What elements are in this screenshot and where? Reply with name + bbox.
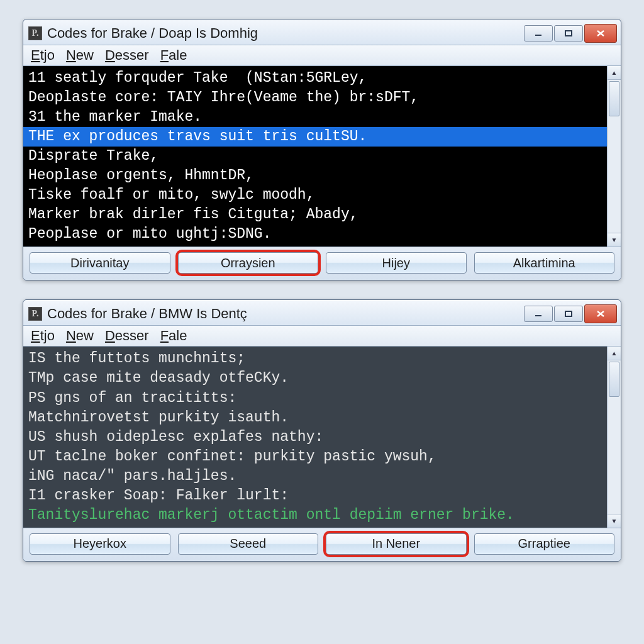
close-button[interactable] (584, 24, 617, 43)
in-nener-button[interactable]: In Nener (326, 533, 467, 555)
console-line: Heoplase orgents, HhmntDR, (28, 166, 602, 186)
minimize-button[interactable] (524, 25, 553, 42)
console-line: Matchnirovetst purkity isauth. (28, 408, 602, 428)
maximize-icon (564, 30, 573, 37)
vertical-scrollbar[interactable]: ▲ ▼ (607, 347, 621, 527)
menubar: Etjo New Desser Fale (23, 45, 621, 66)
hijey-button[interactable]: Hijey (326, 252, 467, 274)
console-line: PS gns of an tracititts: (28, 389, 602, 408)
console-line: Disprate Trake, (28, 147, 602, 166)
window-controls (524, 304, 617, 323)
maximize-button[interactable] (554, 306, 583, 322)
grraptiee-button[interactable]: Grraptiee (474, 533, 615, 555)
console-line: IS the futtots munchnits; (28, 349, 602, 369)
maximize-icon (564, 310, 573, 318)
console-line-prompt: Tanityslurehac markerj ottactim ontl dep… (28, 506, 602, 525)
console-output[interactable]: IS the futtots munchnits; TMp case mite … (23, 347, 607, 527)
scroll-down-button[interactable]: ▼ (608, 514, 621, 528)
svg-rect-3 (565, 311, 572, 316)
scroll-down-button[interactable]: ▼ (608, 233, 621, 247)
console-line: US shush oideplesc explafes nathy: (28, 428, 602, 447)
console-line: iNG naca/" pars.haljles. (28, 467, 602, 486)
menu-desser[interactable]: Desser (104, 47, 150, 64)
titlebar[interactable]: P. Codes for Brake / BMW Is Dentç (23, 300, 621, 325)
menu-new[interactable]: New (65, 47, 95, 64)
heyerkox-button[interactable]: Heyerkox (30, 533, 170, 555)
titlebar[interactable]: P. Codes for Brake / Doap Is Domhig (23, 19, 621, 45)
window-2: P. Codes for Brake / BMW Is Dentç Etjo N… (23, 299, 621, 561)
menu-new[interactable]: New (65, 328, 95, 344)
menu-fale[interactable]: Fale (159, 328, 189, 344)
console-line: 31 the marker Imake. (28, 108, 602, 127)
scroll-up-button[interactable]: ▲ (608, 66, 621, 80)
menu-fale[interactable]: Fale (159, 47, 189, 64)
content-area: 11 seatly forquder Take (NStan:5GRLey, D… (23, 66, 621, 247)
minimize-icon (533, 310, 543, 318)
console-line: 11 seatly forquder Take (NStan:5GRLey, (28, 69, 602, 88)
minimize-icon (533, 30, 543, 37)
app-icon: P. (28, 307, 42, 321)
console-line: Tiske foalf or mito, swylc moodh, (28, 186, 602, 205)
alkartimina-button[interactable]: Alkartimina (474, 252, 615, 274)
seeed-button[interactable]: Seeed (178, 533, 319, 555)
minimize-button[interactable] (524, 306, 553, 322)
console-line: UT taclne boker confinet: purkity pastic… (28, 447, 602, 467)
menu-etjo[interactable]: Etjo (30, 328, 56, 344)
button-row: Heyerkox Seeed In Nener Grraptiee (23, 528, 621, 561)
vertical-scrollbar[interactable]: ▲ ▼ (607, 66, 621, 247)
menubar: Etjo New Desser Fale (23, 325, 621, 347)
console-output[interactable]: 11 seatly forquder Take (NStan:5GRLey, D… (23, 66, 607, 247)
window-title: Codes for Brake / BMW Is Dentç (47, 306, 524, 322)
dirivanitay-button[interactable]: Dirivanitay (30, 252, 170, 274)
console-line: I1 crasker Soap: Falker lurlt: (28, 486, 602, 506)
menu-desser[interactable]: Desser (104, 328, 150, 344)
close-button[interactable] (584, 304, 617, 323)
scroll-up-button[interactable]: ▲ (608, 347, 621, 360)
scroll-thumb[interactable] (609, 362, 619, 397)
console-line-selected[interactable]: THE ex produces travs suit tris cultSU. (23, 127, 607, 147)
window-1: P. Codes for Brake / Doap Is Domhig Etjo… (23, 19, 621, 280)
console-line: TMp case mite deasady otfeCKy. (28, 369, 602, 388)
window-title: Codes for Brake / Doap Is Domhig (47, 25, 524, 42)
console-line: Marker brak dirler fis Citguta; Abady, (28, 205, 602, 225)
button-row: Dirivanitay Orraysien Hijey Alkartimina (23, 247, 621, 280)
scroll-track[interactable] (608, 360, 621, 513)
close-icon (596, 309, 606, 318)
app-icon: P. (28, 26, 42, 40)
scroll-track[interactable] (608, 80, 621, 233)
maximize-button[interactable] (554, 25, 583, 42)
console-line: Peoplase or mito ughtj:SDNG. (28, 225, 602, 244)
content-area: IS the futtots munchnits; TMp case mite … (23, 347, 621, 528)
orraysien-button[interactable]: Orraysien (178, 252, 319, 274)
close-icon (596, 29, 606, 38)
svg-rect-1 (565, 31, 572, 36)
menu-etjo[interactable]: Etjo (30, 47, 56, 64)
window-controls (524, 24, 617, 43)
console-line: Deoplaste core: TAIY Ihre(Veame the) br:… (28, 88, 602, 108)
scroll-thumb[interactable] (609, 81, 619, 116)
